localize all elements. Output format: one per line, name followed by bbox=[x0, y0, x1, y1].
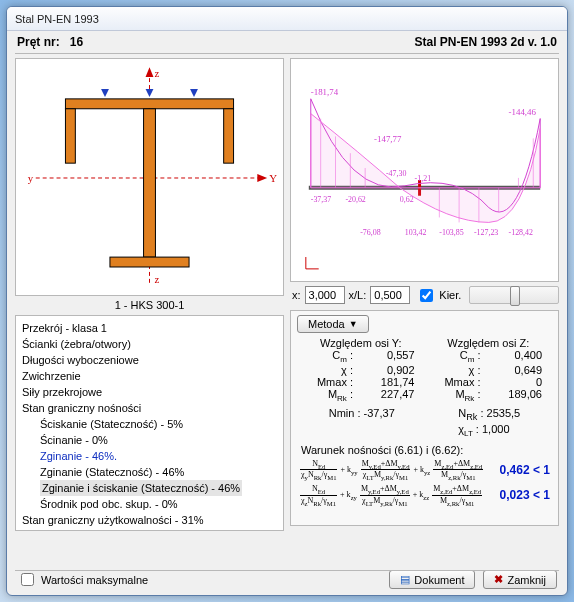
svg-text:0,62: 0,62 bbox=[400, 195, 414, 204]
result-row: χ :0,902 bbox=[297, 364, 425, 376]
tree-item[interactable]: Zginanie - 46%. bbox=[22, 448, 277, 464]
svg-text:-181,74: -181,74 bbox=[311, 87, 339, 97]
coord-row: x: x/L: Kier. bbox=[290, 282, 559, 310]
document-icon: ▤ bbox=[400, 573, 410, 586]
svg-text:z: z bbox=[154, 273, 159, 285]
x-input[interactable] bbox=[305, 286, 345, 304]
tree-item[interactable]: Siły przekrojowe bbox=[22, 384, 277, 400]
svg-text:-128,42: -128,42 bbox=[509, 228, 533, 237]
max-values-label[interactable]: Wartości maksymalne bbox=[17, 570, 148, 589]
svg-rect-10 bbox=[224, 109, 234, 163]
header-right: Stal PN-EN 1993 2d v. 1.0 bbox=[414, 35, 557, 49]
result-row: Cm :0,400 bbox=[425, 349, 553, 364]
tree-item[interactable]: Stan graniczny nośności bbox=[22, 400, 277, 416]
svg-marker-15 bbox=[190, 89, 198, 97]
svg-text:103,42: 103,42 bbox=[405, 228, 427, 237]
svg-text:z: z bbox=[154, 67, 159, 79]
tree-item[interactable]: Środnik pod obc. skup. - 0% bbox=[22, 496, 277, 512]
svg-text:-127,23: -127,23 bbox=[474, 228, 498, 237]
svg-marker-5 bbox=[257, 174, 267, 182]
svg-text:-144,46: -144,46 bbox=[509, 107, 537, 117]
max-values-checkbox[interactable] bbox=[21, 573, 34, 586]
tree-item[interactable]: Ścinanie - 0% bbox=[22, 432, 277, 448]
method-button[interactable]: Metoda▼ bbox=[297, 315, 369, 333]
result-row: Mmax :0 bbox=[425, 376, 553, 388]
results-tree[interactable]: Przekrój - klasa 1Ścianki (żebra/otwory)… bbox=[15, 315, 284, 531]
result-row: χ :0,649 bbox=[425, 364, 553, 376]
tree-item[interactable]: Stan graniczny użytkowalności - 31% bbox=[22, 512, 277, 528]
svg-text:Y: Y bbox=[269, 172, 277, 184]
close-icon: ✖ bbox=[494, 573, 503, 586]
svg-text:-147,77: -147,77 bbox=[374, 134, 402, 144]
titlebar: Stal PN-EN 1993 bbox=[7, 7, 567, 31]
condition-661: NEdχyNRk/γM1 + kyy My,Ed+ΔMy,EdχLTMy,Rk/… bbox=[299, 459, 552, 481]
svg-text:-20,62: -20,62 bbox=[345, 195, 365, 204]
svg-text:-103,85: -103,85 bbox=[439, 228, 463, 237]
svg-rect-9 bbox=[65, 109, 75, 163]
result-row: MRk :227,47 bbox=[297, 388, 425, 403]
tree-item[interactable]: Ścianki (żebra/otwory) bbox=[22, 336, 277, 352]
cross-section-caption: 1 - HKS 300-1 bbox=[15, 296, 284, 315]
condition-662: NEdχzNRk/γM1 + kzy My,Ed+ΔMy,EdχLTMy,Rk/… bbox=[299, 484, 552, 506]
svg-rect-12 bbox=[110, 257, 189, 267]
svg-text:-76,08: -76,08 bbox=[360, 228, 380, 237]
cross-section-view: z z y Y bbox=[15, 58, 284, 296]
diagram-view: -181,74 -144,46 -147,77 -47,30 -1,21 -37… bbox=[290, 58, 559, 282]
tree-item[interactable]: Zginanie i ściskanie (Stateczność) - 46% bbox=[22, 480, 277, 496]
tree-item[interactable]: Przekrój - klasa 1 bbox=[22, 320, 277, 336]
results-panel: Metoda▼ Względem osi Y: Cm :0,557χ :0,90… bbox=[290, 310, 559, 526]
position-slider[interactable] bbox=[469, 286, 559, 304]
svg-text:-47,30: -47,30 bbox=[386, 169, 406, 178]
window-title: Stal PN-EN 1993 bbox=[15, 13, 99, 25]
svg-text:-37,37: -37,37 bbox=[311, 195, 331, 204]
svg-rect-11 bbox=[144, 109, 156, 257]
tree-item[interactable]: Zginanie (Stateczność) - 46% bbox=[22, 464, 277, 480]
tree-item[interactable]: Ściskanie (Stateczność) - 5% bbox=[22, 416, 277, 432]
svg-marker-13 bbox=[101, 89, 109, 97]
header-left: Pręt nr: 16 bbox=[17, 35, 83, 49]
close-button[interactable]: ✖ Zamknij bbox=[483, 570, 557, 589]
result-row: Cm :0,557 bbox=[297, 349, 425, 364]
chevron-down-icon: ▼ bbox=[349, 319, 358, 329]
kier-checkbox[interactable] bbox=[420, 289, 433, 302]
svg-rect-8 bbox=[65, 99, 233, 109]
svg-marker-14 bbox=[146, 89, 154, 97]
svg-marker-1 bbox=[146, 67, 154, 77]
svg-text:-1,21: -1,21 bbox=[415, 174, 432, 183]
document-button[interactable]: ▤ Dokument bbox=[389, 570, 475, 589]
svg-text:y: y bbox=[28, 172, 34, 184]
tree-item[interactable]: Długości wyboczeniowe bbox=[22, 352, 277, 368]
result-row: Mmax :181,74 bbox=[297, 376, 425, 388]
xl-input[interactable] bbox=[370, 286, 410, 304]
result-row: MRk :189,06 bbox=[425, 388, 553, 403]
tree-item[interactable]: Zwichrzenie bbox=[22, 368, 277, 384]
